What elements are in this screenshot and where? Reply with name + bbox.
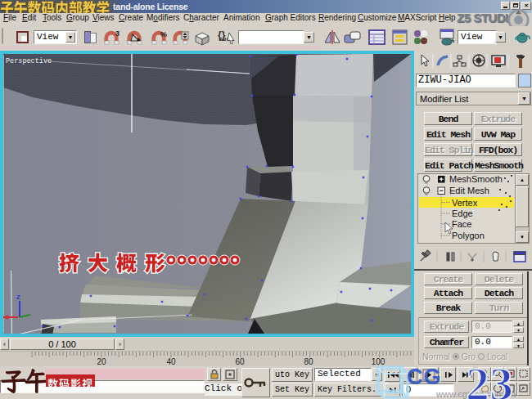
svg-text:40: 40 <box>166 357 176 366</box>
svg-text:Edit Mesh: Edit Mesh <box>449 186 489 195</box>
svg-text:80: 80 <box>304 357 313 366</box>
svg-text:Polygon: Polygon <box>452 231 485 240</box>
svg-text:%: % <box>160 30 167 38</box>
svg-text:Edge: Edge <box>452 208 473 218</box>
svg-text:3: 3 <box>115 29 119 38</box>
svg-text:Perspective: Perspective <box>6 57 52 65</box>
svg-text:Vertex: Vertex <box>452 198 478 208</box>
svg-text:60: 60 <box>235 357 245 366</box>
svg-text:Face: Face <box>452 219 471 229</box>
svg-text:Z: Z <box>16 294 20 301</box>
svg-text:MeshSmooth: MeshSmooth <box>449 174 503 184</box>
